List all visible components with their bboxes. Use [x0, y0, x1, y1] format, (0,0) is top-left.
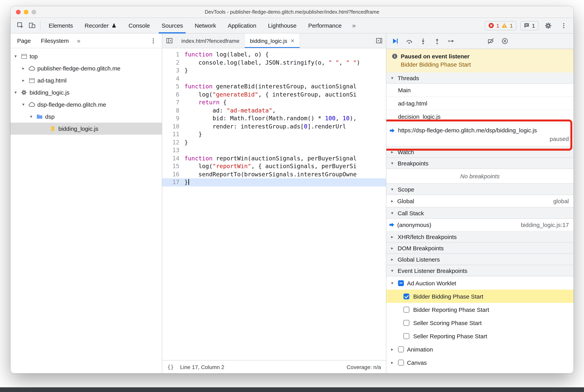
device-toolbar-button[interactable]	[26, 20, 38, 31]
code-line[interactable]: 2 console.log(label, JSON.stringify(o, "…	[162, 58, 386, 66]
elb-item-bidder-reporting-phase[interactable]: Bidder Reporting Phase Start	[386, 303, 574, 316]
line-number[interactable]: 7	[162, 98, 184, 106]
navigator-menu-button[interactable]	[150, 38, 156, 44]
code-line[interactable]: 17}	[162, 178, 386, 186]
watch-header[interactable]: ▸ Watch	[386, 146, 574, 158]
code-line[interactable]: 5function generateBid(interestGroup, auc…	[162, 82, 386, 90]
tab-network[interactable]: Network	[189, 18, 222, 33]
tab-elements[interactable]: Elements	[43, 18, 79, 33]
global-listeners-header[interactable]: ▸ Global Listeners	[386, 254, 574, 265]
tree-item-dsp-origin[interactable]: ▾ dsp-fledge-demo.glitch.me	[10, 98, 162, 110]
elb-item-seller-scoring-phase[interactable]: Seller Scoring Phase Start	[386, 316, 574, 329]
zoom-window-button[interactable]	[31, 10, 36, 14]
call-stack-header[interactable]: ▾ Call Stack	[386, 207, 574, 219]
code-line[interactable]: 14function reportWin(auctionSignals, per…	[162, 154, 386, 162]
checkbox-indeterminate[interactable]	[398, 280, 404, 286]
line-number[interactable]: 10	[162, 122, 184, 130]
line-number[interactable]: 15	[162, 162, 184, 170]
line-number[interactable]: 2	[162, 58, 184, 66]
line-number[interactable]: 1	[162, 50, 184, 58]
step-over-button[interactable]	[406, 38, 412, 44]
close-icon[interactable]: ×	[291, 37, 294, 44]
line-number[interactable]: 3	[162, 66, 184, 74]
step-button[interactable]	[448, 38, 455, 44]
code-line[interactable]: 15 log("reportWin", { auctionSignals, pe…	[162, 162, 386, 170]
line-number[interactable]: 8	[162, 106, 184, 114]
code-line[interactable]: 10 render: interestGroup.ads[0].renderUr…	[162, 122, 386, 130]
code-line[interactable]: 3}	[162, 66, 386, 74]
breakpoints-header[interactable]: ▾ Breakpoints	[386, 157, 574, 169]
code-line[interactable]: 11 }	[162, 130, 386, 138]
inspect-element-button[interactable]	[14, 20, 26, 31]
line-number[interactable]: 12	[162, 138, 184, 146]
toggle-debugger-button[interactable]	[372, 34, 386, 48]
thread-ad-tag[interactable]: ad-tag.html	[386, 97, 574, 110]
elb-group-animation[interactable]: ▸ Animation	[386, 342, 574, 356]
tab-sources[interactable]: Sources	[156, 18, 189, 33]
elb-item-seller-reporting-phase[interactable]: Seller Reporting Phase Start	[386, 329, 574, 342]
tab-application[interactable]: Application	[222, 18, 262, 33]
tab-performance[interactable]: Performance	[302, 18, 347, 33]
line-number[interactable]: 6	[162, 90, 184, 98]
code-line[interactable]: 1function log(label, o) {	[162, 50, 386, 58]
checkbox-unchecked[interactable]	[398, 360, 404, 365]
threads-header[interactable]: ▾ Threads	[386, 72, 574, 84]
settings-button[interactable]	[542, 20, 554, 31]
xhr-breakpoints-header[interactable]: ▸ XHR/fetch Breakpoints	[386, 231, 574, 242]
code-line[interactable]: 13	[162, 146, 386, 154]
call-stack-frame[interactable]: (anonymous) bidding_logic.js:17	[386, 219, 574, 231]
line-number[interactable]: 11	[162, 130, 184, 138]
scope-global-row[interactable]: ▸ Global global	[386, 195, 574, 208]
main-menu-button[interactable]	[558, 20, 570, 31]
minimize-window-button[interactable]	[24, 10, 28, 14]
tab-recorder[interactable]: Recorder	[79, 18, 122, 33]
checkbox-unchecked[interactable]	[404, 320, 409, 326]
scope-header[interactable]: ▾ Scope	[386, 183, 574, 195]
pause-on-exceptions-button[interactable]	[502, 38, 508, 44]
checkbox-unchecked[interactable]	[404, 306, 409, 312]
step-into-button[interactable]	[420, 38, 426, 44]
line-number[interactable]: 9	[162, 114, 184, 122]
close-window-button[interactable]	[16, 10, 21, 14]
elb-group-ad-auction-worklet[interactable]: ▾ Ad Auction Worklet	[386, 276, 574, 290]
step-out-button[interactable]	[434, 38, 440, 44]
code-line[interactable]: 8 ad: "ad-metadata",	[162, 106, 386, 114]
toggle-navigator-button[interactable]	[162, 34, 176, 48]
checkbox-checked[interactable]	[404, 293, 409, 299]
editor-tab-index-html[interactable]: index.html?fencedframe	[176, 34, 245, 48]
line-number[interactable]: 5	[162, 82, 184, 90]
tab-lighthouse[interactable]: Lighthouse	[262, 18, 302, 33]
elb-item-bidder-bidding-phase[interactable]: Bidder Bidding Phase Start	[386, 290, 574, 303]
more-navigator-tabs-button[interactable]: »	[74, 37, 83, 44]
pretty-print-button[interactable]: {}	[167, 364, 174, 370]
code-line[interactable]: 16 sendReportTo(browserSignals.interestG…	[162, 170, 386, 178]
line-number[interactable]: 14	[162, 154, 184, 162]
code-line[interactable]: 7 return {	[162, 98, 386, 106]
line-number[interactable]: 17	[162, 178, 184, 186]
checkbox-unchecked[interactable]	[404, 333, 409, 339]
code-line[interactable]: 9 bid: Math.floor(Math.random() * 100, 1…	[162, 114, 386, 122]
line-number[interactable]: 4	[162, 74, 184, 82]
editor-tab-bidding-logic[interactable]: bidding_logic.js ×	[245, 34, 300, 48]
thread-main[interactable]: Main	[386, 84, 574, 97]
more-tabs-button[interactable]: »	[347, 22, 361, 30]
code-line[interactable]: 6 log("generateBid", { interestGroup, au…	[162, 90, 386, 98]
thread-decision-logic[interactable]: decision_logic.js	[386, 110, 574, 124]
line-number[interactable]: 16	[162, 170, 184, 178]
tree-item-top[interactable]: ▾ top	[10, 50, 162, 62]
errors-warnings-chip[interactable]: 1 1	[485, 21, 516, 30]
tree-item-publisher-origin[interactable]: ▸ publisher-fledge-demo.glitch.me	[10, 62, 162, 74]
code-line[interactable]: 4	[162, 74, 386, 82]
code-line[interactable]: 12}	[162, 138, 386, 146]
dom-breakpoints-header[interactable]: ▸ DOM Breakpoints	[386, 242, 574, 254]
tab-page[interactable]: Page	[12, 34, 36, 48]
elb-group-canvas[interactable]: ▸ Canvas	[386, 356, 574, 369]
deactivate-breakpoints-button[interactable]	[488, 38, 494, 44]
issues-chip[interactable]: 1	[520, 21, 539, 30]
event-listener-breakpoints-header[interactable]: ▾ Event Listener Breakpoints	[386, 265, 574, 276]
line-number[interactable]: 13	[162, 146, 184, 154]
tree-item-bidding-logic-file[interactable]: bidding_logic.js	[10, 122, 162, 135]
tree-item-ad-tag[interactable]: ▸ ad-tag.html	[10, 74, 162, 86]
tab-filesystem[interactable]: Filesystem	[36, 34, 74, 48]
tree-item-worklet[interactable]: ▾ bidding_logic.js	[10, 86, 162, 98]
